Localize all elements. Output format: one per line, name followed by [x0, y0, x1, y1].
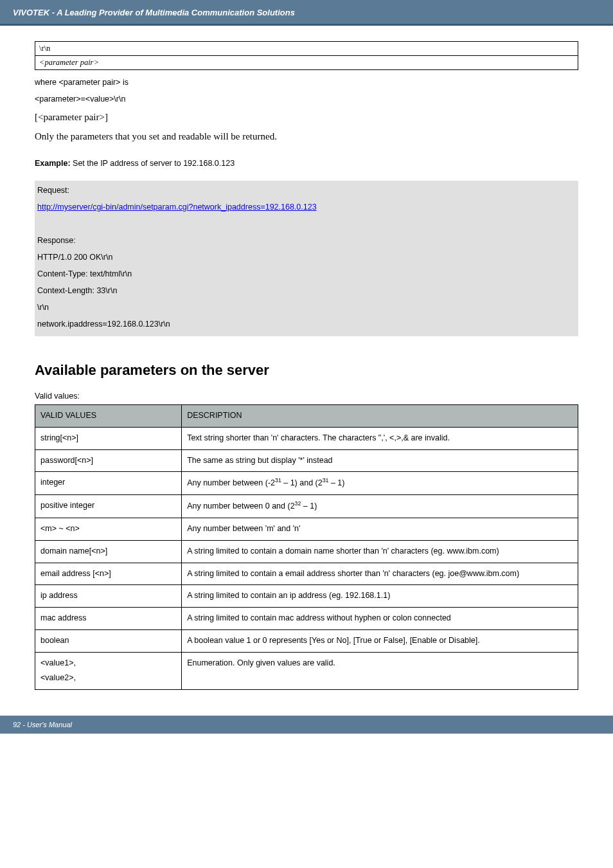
page-header: VIVOTEK - A Leading Provider of Multimed… — [0, 0, 613, 26]
cell-value: mac address — [35, 608, 182, 630]
cell-value: integer — [35, 472, 182, 495]
table-row: ip addressA string limited to contain an… — [35, 585, 578, 608]
cell-value: <m> ~ <n> — [35, 518, 182, 541]
cell-desc: Text string shorter than 'n' characters.… — [182, 427, 578, 449]
param-row-2: <parameter pair> — [35, 55, 578, 69]
cell-desc: A string limited to contain mac address … — [182, 608, 578, 630]
cell-value: string[<n>] — [35, 427, 182, 449]
page-footer: 92 - User's Manual — [0, 716, 613, 734]
table-row: <m> ~ <n>Any number between 'm' and 'n' — [35, 518, 578, 541]
cell-value: ip address — [35, 585, 182, 608]
table-row: booleanA boolean value 1 or 0 represents… — [35, 629, 578, 652]
cell-desc: Enumeration. Only given values are valid… — [182, 652, 578, 690]
example-resp-4: \r\n — [37, 299, 576, 316]
example-resp-5: network.ipaddress=192.168.0.123\r\n — [37, 316, 576, 332]
example-block: Request: http://myserver/cgi-bin/admin/s… — [35, 181, 578, 336]
table-row: integerAny number between (-231 – 1) and… — [35, 472, 578, 495]
example-blank-1 — [37, 215, 576, 232]
cell-desc: A boolean value 1 or 0 represents [Yes o… — [182, 629, 578, 652]
example-response-label: Response: — [37, 232, 576, 249]
example-link-line: http://myserver/cgi-bin/admin/setparam.c… — [37, 199, 576, 215]
header-title: VIVOTEK - A Leading Provider of Multimed… — [13, 8, 600, 17]
table-row: positive integerAny number between 0 and… — [35, 495, 578, 518]
cell-value: password[<n>] — [35, 449, 182, 472]
cell-desc: Any number between 0 and (232 – 1) — [182, 495, 578, 518]
cell-desc: Any number between 'm' and 'n' — [182, 518, 578, 541]
cell-desc: The same as string but display '*' inste… — [182, 449, 578, 472]
body-line-1: where <parameter pair> is — [35, 74, 578, 91]
page-content: \r\n <parameter pair> where <parameter p… — [0, 26, 613, 690]
footer-text: 92 - User's Manual — [13, 721, 72, 728]
valid-values-table: VALID VALUES DESCRIPTION string[<n>]Text… — [35, 404, 578, 690]
body-line-2: <parameter>=<value>\r\n — [35, 91, 578, 107]
table-row: email address [<n>]A string limited to c… — [35, 563, 578, 585]
cell-desc: Any number between (-231 – 1) and (231 –… — [182, 472, 578, 495]
cell-value: <value1>,<value2>, — [35, 652, 182, 690]
table-header-description: DESCRIPTION — [182, 405, 578, 428]
body-line-4: Only the parameters that you set and rea… — [35, 127, 578, 146]
example-label: Example: — [35, 159, 71, 168]
table-body: string[<n>]Text string shorter than 'n' … — [35, 427, 578, 689]
example-intro-text: Set the IP address of server to 192.168.… — [71, 159, 235, 168]
cell-desc: A string limited to contain a domain nam… — [182, 540, 578, 563]
example-intro: Example: Set the IP address of server to… — [35, 155, 578, 172]
table-row: mac addressA string limited to contain m… — [35, 608, 578, 630]
param-row-1: \r\n — [35, 42, 578, 55]
example-url-link[interactable]: http://myserver/cgi-bin/admin/setparam.c… — [37, 203, 317, 212]
cell-value: domain name[<n>] — [35, 540, 182, 563]
example-resp-1: HTTP/1.0 200 OK\r\n — [37, 249, 576, 266]
cell-value: positive integer — [35, 495, 182, 518]
parameter-box: \r\n <parameter pair> — [35, 41, 578, 70]
table-header-row: VALID VALUES DESCRIPTION — [35, 405, 578, 428]
example-resp-2: Content-Type: text/html\r\n — [37, 266, 576, 282]
cell-value: email address [<n>] — [35, 563, 182, 585]
cell-value: boolean — [35, 629, 182, 652]
table-header-values: VALID VALUES — [35, 405, 182, 428]
table-row: string[<n>]Text string shorter than 'n' … — [35, 427, 578, 449]
example-resp-3: Context-Length: 33\r\n — [37, 282, 576, 299]
body-line-3: [<parameter pair>] — [35, 107, 578, 127]
table-row: password[<n>]The same as string but disp… — [35, 449, 578, 472]
cell-desc: A string limited to contain a email addr… — [182, 563, 578, 585]
cell-desc: A string limited to contain an ip addres… — [182, 585, 578, 608]
section-heading: Available parameters on the server — [35, 362, 578, 379]
valid-values-label: Valid values: — [35, 392, 578, 401]
example-request-label: Request: — [37, 182, 576, 199]
table-row: <value1>,<value2>,Enumeration. Only give… — [35, 652, 578, 690]
table-row: domain name[<n>]A string limited to cont… — [35, 540, 578, 563]
